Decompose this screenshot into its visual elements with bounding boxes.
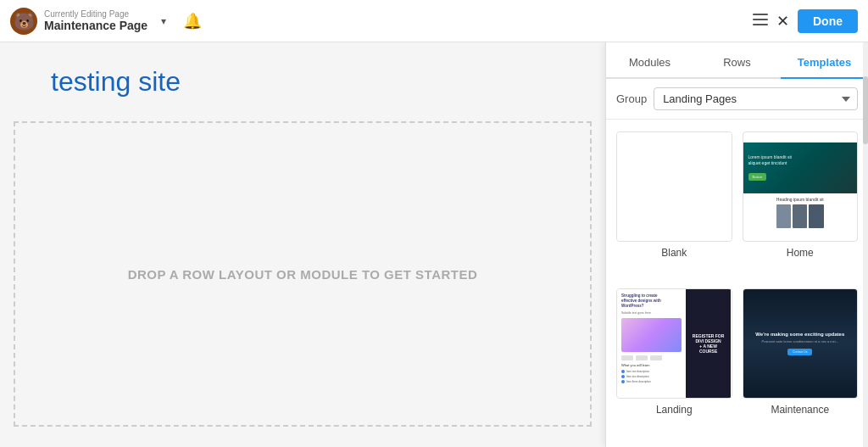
drop-zone[interactable]: DROP A ROW LAYOUT OR MODULE TO GET START… <box>14 121 592 427</box>
template-grid: Blank Lorem ipsum blandit sitaliquet ege… <box>606 120 868 447</box>
page-dropdown-button[interactable]: ▾ <box>161 15 166 27</box>
site-title: testing site <box>0 42 605 121</box>
svg-rect-2 <box>753 24 768 25</box>
template-name-maintenance: Maintenance <box>771 404 829 416</box>
template-item-maintenance[interactable]: We're making some exciting updates Praes… <box>743 288 859 435</box>
page-name-label: Maintenance Page <box>44 19 147 32</box>
drop-zone-text: DROP A ROW LAYOUT OR MODULE TO GET START… <box>128 267 478 282</box>
template-item-home[interactable]: Lorem ipsum blandit sitaliquet eget tinc… <box>743 131 859 278</box>
tab-templates[interactable]: Templates <box>781 46 868 79</box>
template-thumb-landing: Struggling to createeffective designs wi… <box>616 288 732 399</box>
template-item-blank[interactable]: Blank <box>616 131 732 278</box>
template-thumb-home: Lorem ipsum blandit sitaliquet eget tinc… <box>743 131 859 242</box>
tab-rows[interactable]: Rows <box>693 46 781 79</box>
header: 🐻 Currently Editing Page Maintenance Pag… <box>0 0 868 42</box>
canvas: testing site DROP A ROW LAYOUT OR MODULE… <box>0 42 605 447</box>
templates-panel: Modules Rows Templates Group Landing Pag… <box>605 42 868 447</box>
group-select[interactable]: Landing Pages All Blog Portfolio <box>654 87 858 110</box>
template-item-landing[interactable]: Struggling to createeffective designs wi… <box>616 288 732 435</box>
template-name-blank: Blank <box>661 247 687 259</box>
svg-rect-0 <box>753 14 768 15</box>
avatar: 🐻 <box>10 8 37 35</box>
main-area: testing site DROP A ROW LAYOUT OR MODULE… <box>0 42 868 447</box>
close-icon[interactable]: ✕ <box>776 12 789 31</box>
tab-modules[interactable]: Modules <box>606 46 693 79</box>
menu-icon[interactable] <box>753 14 768 29</box>
template-thumb-blank <box>616 131 732 242</box>
currently-editing-label: Currently Editing Page <box>44 9 147 19</box>
scroll-track <box>863 42 868 447</box>
group-row: Group Landing Pages All Blog Portfolio <box>606 79 868 120</box>
panel-tabs: Modules Rows Templates <box>606 42 868 79</box>
svg-rect-1 <box>753 19 768 20</box>
done-button[interactable]: Done <box>798 9 858 33</box>
template-name-landing: Landing <box>656 404 693 416</box>
header-left: 🐻 Currently Editing Page Maintenance Pag… <box>10 8 753 35</box>
header-right: ✕ Done <box>753 9 858 33</box>
scroll-thumb[interactable] <box>863 76 868 144</box>
template-thumb-maintenance: We're making some exciting updates Praes… <box>743 288 859 399</box>
template-name-home: Home <box>787 247 814 259</box>
notification-bell-icon[interactable]: 🔔 <box>183 12 202 31</box>
page-info: Currently Editing Page Maintenance Page <box>44 9 147 32</box>
group-label: Group <box>616 92 647 105</box>
